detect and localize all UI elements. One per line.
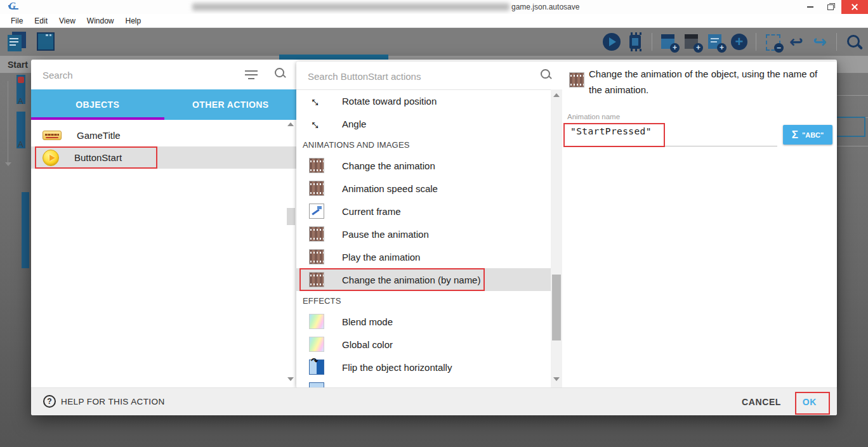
action-search-input[interactable] [306,67,518,85]
button-start-icon [43,150,59,166]
scene-tab-label[interactable]: Start [8,60,28,70]
action-row[interactable]: Animation speed scale [296,177,551,200]
action-row[interactable]: Change the animation [296,154,551,177]
redo-icon[interactable] [810,32,829,51]
rainbow-icon [309,314,324,329]
dialog-footer: ? HELP FOR THIS ACTION CANCEL OK [31,387,837,415]
animation-name-label: Animation name [567,113,620,120]
menu-item[interactable]: Help [120,16,147,25]
event-selection-bar [22,192,29,268]
action-label: Pause the animation [342,229,429,240]
tab-label: OBJECTS [76,100,119,110]
object-tab[interactable]: OBJECTS [31,89,164,120]
action-row[interactable]: Angle [296,112,551,135]
action-row[interactable]: Pause the animation [296,223,551,245]
sep-icon[interactable] [756,33,756,51]
object-row[interactable]: GameTitle [31,124,297,146]
object-tabs: OBJECTS OTHER ACTIONS [31,89,297,120]
add-events-icon[interactable] [706,32,725,51]
object-list: GameTitle ButtonStart [31,120,297,388]
animation-name-field[interactable]: "StartPressed" [570,126,652,136]
scroll-down-arrow[interactable] [287,377,294,381]
ok-button[interactable]: OK [803,388,817,415]
object-search-row [31,60,297,89]
film-strip-icon [309,158,324,173]
flip-h-icon [309,360,324,375]
add-object-icon[interactable] [659,32,678,51]
add-circle-icon[interactable] [730,32,749,51]
action-row[interactable]: Global color [296,333,551,356]
action-row[interactable]: Change the animation (by name) [296,268,551,291]
action-label: Change the animation [342,160,435,171]
filter-icon[interactable] [245,68,258,79]
sep-icon[interactable] [836,33,837,51]
action-card: Rotate toward position Angle ANIMATIONS … [296,62,837,388]
object-tab[interactable]: OTHER ACTIONS [164,89,298,120]
action-row[interactable]: EFFECTS [296,291,551,310]
expression-abc-label: "ABC" [802,131,824,139]
menu-item[interactable]: Edit [29,16,53,25]
action-label: EFFECTS [303,296,341,306]
sep-icon[interactable] [652,33,652,51]
scroll-up-arrow[interactable] [553,93,560,97]
event-text: A [18,139,23,149]
minimize-button[interactable] [801,0,820,14]
film-strip-icon [309,226,324,242]
action-row[interactable]: Current frame [296,200,551,223]
gdevelop-window: G game.json.autosave FileEditViewWindowH… [0,0,868,447]
blurred-file-path [192,3,510,11]
film-strip-icon [569,72,584,87]
object-row[interactable]: ButtonStart [31,146,297,169]
search-icon[interactable] [541,69,552,81]
action-row[interactable] [296,379,551,388]
action-row[interactable]: Blend mode [296,310,551,333]
action-row[interactable]: Play the animation [296,245,551,268]
scene-editor-icon[interactable] [34,30,56,52]
restore-button[interactable] [821,0,840,14]
help-link[interactable]: HELP FOR THIS ACTION [61,397,165,406]
action-list-scrollbar[interactable] [551,89,562,388]
film-strip-icon [309,181,324,196]
project-manager-icon[interactable] [6,30,28,52]
menu-item[interactable]: Window [81,16,120,25]
background-input-field [835,117,865,137]
menu-item[interactable]: File [5,16,29,25]
action-label: Blend mode [342,316,393,327]
object-chooser-panel: OBJECTS OTHER ACTIONS GameTitle ButtonSt… [31,60,297,388]
event-tree-line [8,81,8,164]
delete-frame-icon[interactable] [763,32,782,51]
expression-editor-button[interactable]: Σ "ABC" [783,125,832,145]
scrollbar-thumb[interactable] [287,208,295,225]
gdevelop-logo-icon: G [9,1,16,11]
action-label: Angle [342,119,366,129]
object-name: GameTitle [77,130,121,141]
action-description: Change the animation of the object, usin… [589,66,819,98]
event-text: A [18,96,23,106]
search-icon[interactable] [275,68,286,79]
condition-icon [18,77,24,83]
scroll-up-arrow[interactable] [287,122,294,126]
add-external-icon[interactable] [683,32,702,51]
play-icon[interactable] [602,32,621,51]
action-label: Current frame [342,206,401,217]
search-tool-icon[interactable] [844,32,863,51]
frame-tool-icon [309,204,324,219]
action-label: Global color [342,339,393,350]
action-row[interactable]: Flip the object horizontally [296,356,551,379]
action-row[interactable]: ANIMATIONS AND IMAGES [296,135,551,154]
action-row[interactable]: Rotate toward position [296,89,551,112]
action-label: Rotate toward position [342,96,437,107]
object-search-input[interactable] [41,66,234,84]
close-button[interactable] [841,0,868,14]
scrollbar-thumb[interactable] [552,275,561,340]
undo-icon[interactable] [787,32,806,51]
action-label: Animation speed scale [342,183,438,194]
toolbar [0,28,868,56]
cancel-button[interactable]: CANCEL [742,388,781,415]
menu-item[interactable]: View [53,16,81,25]
film-strip-icon [309,249,324,264]
action-search-row [296,62,562,90]
debug-icon[interactable] [626,32,645,51]
help-icon[interactable]: ? [43,395,56,408]
scroll-down-arrow[interactable] [553,377,560,381]
